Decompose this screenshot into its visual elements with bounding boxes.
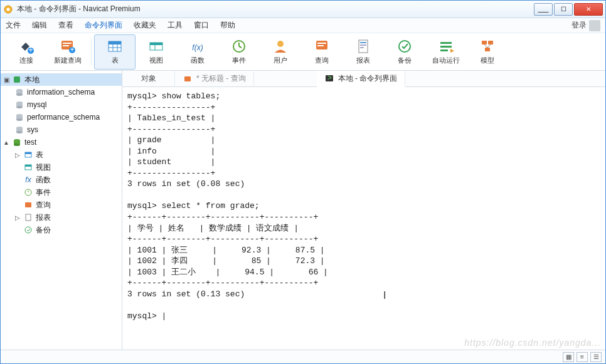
toolbar-new-query[interactable]: + 新建查询 (47, 34, 88, 70)
tree-db-test[interactable]: ▲test (1, 136, 122, 148)
tree-db-item[interactable]: information_schema (1, 86, 122, 98)
menu-favorites[interactable]: 收藏夹 (134, 20, 156, 31)
tab-untitled-query[interactable]: * 无标题 - 查询 (175, 71, 254, 86)
svg-rect-24 (317, 45, 324, 46)
tree-child-event[interactable]: 事件 (1, 186, 122, 199)
status-detail-icon[interactable]: ☰ (590, 352, 602, 362)
tab-objects[interactable]: 对象 (122, 71, 175, 86)
tab-console[interactable]: > 本地 - 命令列界面 (317, 71, 406, 87)
toolbar-connect[interactable]: + 连接 (6, 34, 47, 70)
window-controls: ___ ☐ ✕ (533, 3, 603, 16)
menu-help[interactable]: 帮助 (220, 20, 235, 31)
toolbar-autorun[interactable]: 自动运行 (425, 34, 467, 70)
svg-rect-26 (360, 42, 366, 43)
maximize-button[interactable]: ☐ (554, 3, 573, 16)
svg-rect-38 (14, 76, 20, 83)
new-query-icon: + (60, 38, 76, 55)
svg-rect-5 (63, 43, 72, 44)
query-small-icon (183, 74, 193, 84)
table-small-icon (23, 150, 33, 160)
toolbar-event[interactable]: 事件 (218, 34, 260, 70)
avatar-icon (589, 20, 600, 31)
console-output[interactable]: mysql> show tables; +----------------+ |… (122, 87, 605, 350)
tab-strip: 对象 * 无标题 - 查询 > 本地 - 命令列界面 (122, 71, 605, 87)
svg-rect-28 (360, 47, 364, 48)
svg-rect-64 (184, 76, 191, 81)
toolbar-view[interactable]: 视图 (136, 34, 177, 70)
menu-window[interactable]: 窗口 (194, 20, 209, 31)
toolbar-connect-label: 连接 (19, 56, 33, 65)
backup-icon (396, 38, 413, 55)
svg-rect-23 (317, 43, 326, 44)
login-area[interactable]: 登录 (571, 20, 600, 31)
tree-connection-root[interactable]: ▣ 本地 (1, 73, 122, 86)
tree-child-view[interactable]: 视图 (1, 161, 122, 174)
tree-child-table[interactable]: ▷表 (1, 148, 122, 161)
svg-point-1 (7, 8, 10, 11)
toolbar-report[interactable]: 报表 (343, 34, 384, 70)
connection-icon (12, 75, 22, 85)
function-icon: f(x) (189, 38, 206, 55)
report-icon (355, 38, 371, 55)
toolbar-event-label: 事件 (232, 56, 246, 65)
model-icon (479, 38, 496, 55)
svg-rect-61 (25, 202, 31, 207)
menu-file[interactable]: 文件 (6, 20, 21, 31)
tree-child-backup[interactable]: 备份 (1, 224, 122, 236)
close-button[interactable]: ✕ (574, 3, 603, 16)
toolbar-function-label: 函数 (191, 56, 205, 65)
plug-icon: + (18, 38, 35, 55)
fx-small-icon: fx (23, 175, 33, 185)
tree-child-query[interactable]: 查询 (1, 199, 122, 211)
svg-point-47 (16, 118, 23, 121)
minimize-button[interactable]: ___ (534, 3, 553, 16)
database-open-icon (12, 137, 22, 147)
toolbar-user[interactable]: 用户 (260, 34, 301, 70)
status-list-icon[interactable]: ≡ (577, 352, 588, 362)
toolbar-table[interactable]: 表 (94, 34, 136, 70)
view-icon (148, 38, 164, 55)
toolbar-query-label: 查询 (315, 56, 329, 65)
svg-line-36 (484, 44, 487, 48)
svg-line-20 (239, 46, 242, 48)
tree-root-label: 本地 (24, 75, 40, 85)
tree-child-func[interactable]: fx函数 (1, 174, 122, 186)
toolbar-backup[interactable]: 备份 (384, 34, 425, 70)
menu-tools[interactable]: 工具 (167, 20, 183, 31)
toolbar-user-label: 用户 (274, 56, 287, 65)
tree-child-report[interactable]: ▷报表 (1, 211, 122, 224)
toolbar-function[interactable]: f(x) 函数 (177, 34, 218, 70)
tree-db-item[interactable]: sys (1, 123, 122, 136)
svg-text:f(x): f(x) (192, 43, 203, 52)
toolbar-query[interactable]: 查询 (301, 34, 343, 70)
connection-tree: ▣ 本地 information_schema mysql performanc… (1, 71, 122, 350)
menu-view[interactable]: 查看 (58, 20, 73, 31)
svg-point-63 (25, 227, 31, 233)
svg-rect-31 (440, 46, 452, 48)
collapse-arrow-icon: ▣ (3, 76, 9, 83)
svg-rect-55 (25, 152, 31, 154)
clock-icon (231, 38, 247, 55)
database-icon (14, 87, 24, 97)
svg-rect-57 (25, 165, 31, 167)
toolbar-model[interactable]: 模型 (467, 34, 508, 70)
expand-caret-icon: ▷ (14, 152, 21, 159)
tree-db-item[interactable]: mysql (1, 98, 122, 111)
text-cursor-icon: I (383, 289, 386, 303)
svg-rect-62 (26, 214, 31, 221)
report-small-icon (23, 212, 33, 222)
status-grid-icon[interactable]: ▦ (563, 352, 574, 362)
main-panel: 对象 * 无标题 - 查询 > 本地 - 命令列界面 mysql> show t… (122, 71, 605, 350)
svg-point-21 (277, 41, 284, 47)
query-icon (314, 38, 330, 55)
svg-text:fx: fx (25, 175, 31, 184)
svg-rect-15 (150, 43, 162, 45)
autorun-icon (438, 38, 454, 55)
menu-cli[interactable]: 命令列界面 (85, 20, 122, 31)
menu-edit[interactable]: 编辑 (32, 20, 47, 31)
svg-point-29 (399, 41, 410, 52)
svg-line-37 (487, 44, 491, 48)
tree-db-item[interactable]: performance_schema (1, 111, 122, 123)
menu-bar: 文件 编辑 查看 命令列界面 收藏夹 工具 窗口 帮助 登录 (1, 18, 605, 33)
svg-point-44 (16, 106, 23, 108)
